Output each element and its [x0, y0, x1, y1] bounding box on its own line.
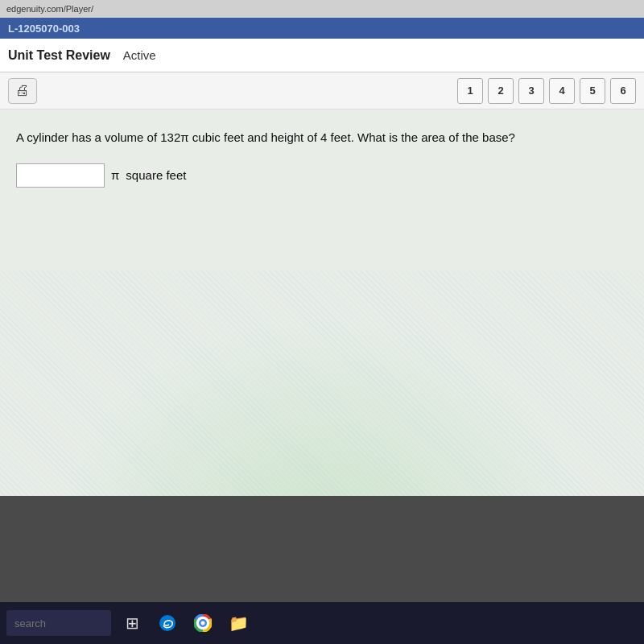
- print-icon: 🖨: [15, 82, 30, 99]
- browser-address-bar: edgenuity.com/Player/: [0, 0, 644, 18]
- nav-btn-5[interactable]: 5: [580, 78, 605, 104]
- nav-btn-3[interactable]: 3: [518, 78, 544, 104]
- question-navigation: 1 2 3 4 5 6: [457, 78, 636, 104]
- content-area: A cylinder has a volume of 132π cubic fe…: [0, 109, 644, 496]
- svg-point-4: [201, 621, 205, 625]
- pi-label: π: [111, 168, 119, 182]
- page-title: Unit Test Review: [8, 48, 110, 63]
- unit-label: square feet: [126, 168, 186, 182]
- nav-btn-1[interactable]: 1: [457, 78, 483, 104]
- status-badge: Active: [123, 48, 156, 62]
- answer-input[interactable]: [16, 163, 105, 188]
- folder-icon[interactable]: 📁: [224, 609, 253, 638]
- question-text: A cylinder has a volume of 132π cubic fe…: [16, 129, 628, 147]
- taskbar-search-input[interactable]: [6, 610, 111, 636]
- taskbar: ⊞ 📁: [0, 602, 644, 644]
- chrome-browser-icon[interactable]: [188, 609, 217, 638]
- toolbar: 🖨 1 2 3 4 5 6: [0, 72, 644, 109]
- task-view-icon[interactable]: ⊞: [118, 609, 147, 638]
- url-text: edgenuity.com/Player/: [6, 4, 93, 14]
- nav-btn-6[interactable]: 6: [610, 78, 636, 104]
- app-subheader: Unit Test Review Active: [0, 39, 644, 72]
- print-button[interactable]: 🖨: [8, 78, 37, 104]
- edge-browser-icon[interactable]: [153, 609, 182, 638]
- pi-inline: π: [180, 130, 188, 144]
- assignment-id: L-1205070-003: [8, 23, 80, 35]
- answer-row: π square feet: [16, 163, 628, 188]
- app-id-bar: L-1205070-003: [0, 18, 644, 39]
- svg-point-0: [159, 615, 175, 631]
- nav-btn-2[interactable]: 2: [488, 78, 514, 104]
- nav-btn-4[interactable]: 4: [549, 78, 575, 104]
